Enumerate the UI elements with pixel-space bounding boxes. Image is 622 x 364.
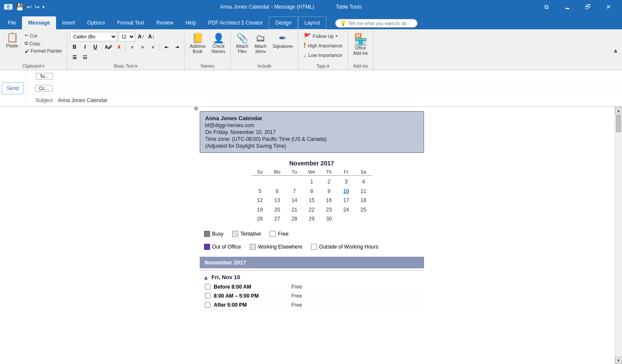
table-add-icon[interactable]: ⊕ bbox=[194, 107, 198, 112]
basic-text-group-label[interactable]: Basic Text ⊞ bbox=[70, 63, 182, 70]
cal-day-10[interactable]: 10 bbox=[338, 187, 355, 196]
dow-we: We bbox=[303, 169, 320, 174]
legend-free: Free bbox=[270, 231, 289, 237]
cal-day-12: 12 bbox=[251, 196, 269, 205]
table-container: ⊕ Anna Jones Calendar bf@diggi-heroes.co… bbox=[200, 111, 424, 310]
tags-group-label[interactable]: Tags ⊞ bbox=[301, 63, 345, 70]
restore-button[interactable]: ⧉ bbox=[537, 0, 556, 14]
font-grow-button[interactable]: A↑ bbox=[136, 32, 146, 41]
cal-day-19: 19 bbox=[251, 205, 269, 215]
minimize-button[interactable]: 🗕 bbox=[557, 0, 577, 14]
bullet-list-button[interactable]: ☰ bbox=[70, 53, 79, 62]
align-left-button[interactable]: ≡ bbox=[128, 42, 137, 52]
scroll-up-button[interactable]: ▲ bbox=[615, 107, 622, 114]
vertical-scrollbar[interactable]: ▲ ▼ bbox=[615, 107, 622, 364]
underline-button[interactable]: U bbox=[91, 42, 100, 52]
add-ins-group-label[interactable]: Add-ins bbox=[351, 63, 371, 70]
tell-me-box[interactable]: 💡 bbox=[335, 19, 418, 28]
title-undo-btn[interactable]: ↩ bbox=[27, 3, 32, 10]
scroll-down-button[interactable]: ▼ bbox=[615, 357, 622, 364]
office-add-ins-button[interactable]: 🏪 OfficeAdd-ins bbox=[351, 32, 371, 58]
email-body-scroll[interactable]: ⊕ Anna Jones Calendar bf@diggi-heroes.co… bbox=[0, 107, 615, 364]
svg-line-0 bbox=[250, 244, 251, 246]
legend-tentative: Tentative bbox=[232, 231, 261, 237]
tab-message[interactable]: Message bbox=[22, 16, 56, 29]
copy-button[interactable]: ⧉ Copy bbox=[22, 40, 64, 47]
font-size-select[interactable]: 12 bbox=[118, 32, 135, 41]
maximize-button[interactable]: 🗗 bbox=[578, 0, 598, 14]
cal-day-6: 6 bbox=[269, 187, 286, 196]
subject-row: Subject Anna Jones Calendar bbox=[26, 94, 622, 106]
timeslot-checkbox-after-5pm[interactable] bbox=[205, 302, 210, 308]
legend-oof-box bbox=[204, 244, 210, 250]
align-right-button[interactable]: ≡ bbox=[148, 42, 158, 52]
cal-day-25: 25 bbox=[355, 205, 372, 215]
to-label: To... bbox=[26, 73, 56, 80]
scroll-thumb-area[interactable] bbox=[615, 114, 622, 357]
timeslot-checkbox-before-8am[interactable] bbox=[205, 284, 210, 289]
tab-pdf[interactable]: PDF Architect 5 Creator bbox=[202, 16, 269, 29]
cal-day-empty bbox=[269, 177, 286, 187]
font-family-select[interactable]: Calibri (Bo bbox=[70, 32, 117, 41]
tab-layout[interactable]: Layout bbox=[298, 16, 327, 29]
include-group-label[interactable]: Include bbox=[233, 63, 295, 70]
cal-day-16: 16 bbox=[320, 196, 338, 205]
high-importance-button[interactable]: ! High Importance bbox=[301, 41, 345, 50]
ribbon-collapse-button[interactable]: ▲ bbox=[609, 31, 622, 70]
clipboard-secondary: ✂ Cut ⧉ Copy 🖌 Format Painter bbox=[22, 32, 64, 54]
cut-button[interactable]: ✂ Cut bbox=[22, 32, 64, 39]
align-center-button[interactable]: ≡ bbox=[138, 42, 148, 52]
tab-insert[interactable]: Insert bbox=[56, 16, 81, 29]
tab-review[interactable]: Review bbox=[151, 16, 179, 29]
format-painter-button[interactable]: 🖌 Format Painter bbox=[22, 47, 64, 54]
cc-label: Cc... bbox=[26, 85, 56, 92]
time-after-5pm: After 5:00 PM bbox=[214, 302, 292, 308]
cal-day-28: 28 bbox=[286, 215, 303, 224]
bold-button[interactable]: B bbox=[70, 42, 79, 52]
increase-indent-button[interactable]: ⇥ bbox=[172, 42, 182, 52]
cc-button[interactable]: Cc... bbox=[35, 85, 53, 92]
tab-format-text[interactable]: Format Text bbox=[111, 16, 150, 29]
app-icon: 📧 bbox=[3, 2, 13, 12]
high-importance-icon: ! bbox=[304, 42, 306, 50]
font-shrink-button[interactable]: A↓ bbox=[147, 32, 156, 41]
cc-input[interactable] bbox=[56, 84, 622, 93]
attach-item-label: AttachItem▾ bbox=[254, 44, 267, 54]
tab-help[interactable]: Help bbox=[179, 16, 202, 29]
subject-value: Anna Jones Calendar bbox=[56, 96, 622, 105]
to-input[interactable] bbox=[56, 72, 622, 81]
close-button[interactable]: ✕ bbox=[599, 0, 619, 14]
title-save-btn[interactable]: 💾 bbox=[16, 3, 24, 11]
decrease-indent-button[interactable]: ⇤ bbox=[162, 42, 171, 52]
cal-day-8: 8 bbox=[303, 187, 320, 196]
tell-me-input[interactable] bbox=[348, 21, 413, 26]
compose-header: Send To... Cc... Subject Anna Jones Cale… bbox=[0, 70, 622, 107]
names-group-label[interactable]: Names bbox=[187, 63, 228, 70]
text-highlight-button[interactable]: A🖊 bbox=[104, 42, 113, 52]
tab-file[interactable]: File bbox=[2, 16, 22, 29]
cal-day-20: 20 bbox=[269, 205, 286, 215]
tab-design[interactable]: Design bbox=[269, 16, 298, 29]
copy-icon: ⧉ bbox=[25, 40, 28, 46]
timeslot-checkbox-8am-5pm[interactable] bbox=[205, 293, 210, 299]
clipboard-group-label[interactable]: Clipboard ⧉ bbox=[3, 63, 64, 70]
signature-button[interactable]: ✒ Signature▾ bbox=[270, 32, 295, 51]
scroll-thumb[interactable] bbox=[616, 115, 621, 132]
attach-file-button[interactable]: 📎 AttachFile▾ bbox=[233, 32, 251, 56]
check-names-button[interactable]: 👤 CheckNames bbox=[209, 32, 228, 56]
address-book-button[interactable]: 📒 AddressBook bbox=[187, 32, 208, 56]
ribbon-group-names: 📒 AddressBook 👤 CheckNames Names bbox=[185, 31, 231, 70]
attach-item-button[interactable]: 🗂 AttachItem▾ bbox=[252, 32, 269, 56]
italic-button[interactable]: I bbox=[80, 42, 90, 52]
to-button[interactable]: To... bbox=[36, 73, 53, 80]
send-button[interactable]: Send bbox=[2, 82, 23, 94]
low-importance-button[interactable]: ↓ Low Importance bbox=[301, 51, 345, 59]
paste-button[interactable]: 📋 Paste bbox=[3, 32, 22, 49]
tab-options[interactable]: Options bbox=[81, 16, 111, 29]
title-redo-btn[interactable]: ↪ bbox=[35, 3, 40, 10]
follow-up-button[interactable]: 🚩 Follow Up ▾ bbox=[301, 32, 340, 40]
title-bar: 📧 💾 ↩ ↪ ▾ Anna Jones Calendar - Message … bbox=[0, 0, 622, 14]
numbered-list-button[interactable]: ☷ bbox=[80, 53, 90, 62]
legend-busy-label: Busy bbox=[212, 231, 224, 237]
font-color-button[interactable]: A bbox=[114, 42, 124, 52]
